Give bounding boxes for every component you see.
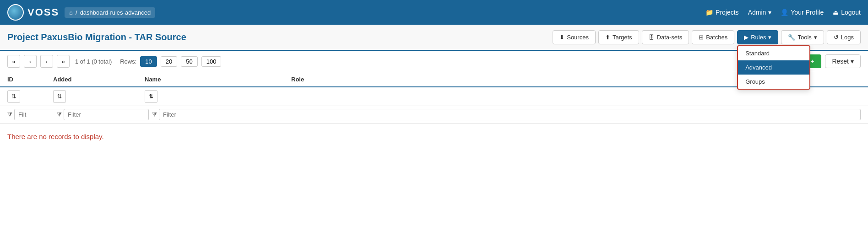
rules-label: Rules <box>751 34 766 41</box>
tools-caret: ▾ <box>814 34 817 41</box>
filter-name-cell: ⧩ <box>152 109 861 120</box>
project-navbar: Project PaxusBio Migration - TAR Source … <box>0 25 868 51</box>
project-title: Project PaxusBio Migration - TAR Source <box>7 32 186 43</box>
filter-name-icon: ⧩ <box>152 111 157 118</box>
col-name: Name <box>145 76 291 83</box>
datasets-label: Data-sets <box>657 34 683 41</box>
tools-label: Tools <box>797 34 811 41</box>
targets-icon: ⬆ <box>605 34 610 41</box>
batches-label: Batches <box>706 34 727 41</box>
logo-text: VOSS <box>27 6 59 18</box>
user-icon: 👤 <box>781 9 788 16</box>
filter-added-icon: ⧩ <box>57 111 62 118</box>
projects-link[interactable]: 📁 Projects <box>705 9 739 16</box>
targets-button[interactable]: ⬆ Targets <box>598 30 639 44</box>
top-nav-left: VOSS ⌂ / dashboard-rules-advanced <box>7 4 155 21</box>
projects-icon: 📁 <box>705 9 713 16</box>
logo-area: VOSS <box>7 4 59 21</box>
breadcrumb-separator: / <box>76 9 77 16</box>
sort-id-cell: ⇅ <box>7 90 53 103</box>
top-nav-right: 📁 Projects Admin ▾ 👤 Your Profile ⏏ Logo… <box>705 9 861 16</box>
profile-link[interactable]: 👤 Your Profile <box>781 9 824 16</box>
advanced-label: Advanced <box>745 64 772 71</box>
filter-row: ⧩ ⧩ ⧩ <box>0 106 868 123</box>
datasets-icon: 🗄 <box>649 34 655 41</box>
rules-button[interactable]: ▶ Rules ▾ <box>737 30 778 44</box>
rules-play-icon: ▶ <box>744 34 749 41</box>
tools-button[interactable]: 🔧 Tools ▾ <box>781 30 824 44</box>
profile-label: Your Profile <box>791 9 824 16</box>
logs-label: Logs <box>841 34 854 41</box>
page-info: 1 of 1 (0 total) <box>75 58 112 65</box>
home-icon[interactable]: ⌂ <box>69 9 73 16</box>
tools-icon: 🔧 <box>788 34 795 41</box>
rows-20-button[interactable]: 20 <box>161 56 177 67</box>
rules-dropdown-menu: Standard Advanced Groups <box>737 45 810 90</box>
rules-caret-icon: ▾ <box>768 34 771 41</box>
reset-caret-icon: ▾ <box>851 58 854 65</box>
breadcrumb-path: dashboard-rules-advanced <box>80 9 151 16</box>
sort-id-button[interactable]: ⇅ <box>7 90 20 103</box>
sources-icon: ⬇ <box>559 34 564 41</box>
col-role: Role <box>291 76 769 83</box>
projects-label: Projects <box>716 9 739 16</box>
project-prefix: Project <box>7 32 41 42</box>
rows-10-button[interactable]: 10 <box>140 56 157 67</box>
filter-added-cell: ⧩ <box>57 109 148 120</box>
sort-role-cell <box>291 90 769 103</box>
filter-id-icon: ⧩ <box>7 111 12 118</box>
last-page-button[interactable]: » <box>57 55 70 68</box>
prev-page-button[interactable]: ‹ <box>24 55 37 68</box>
rules-advanced-option[interactable]: Advanced <box>738 60 809 75</box>
rules-standard-option[interactable]: Standard <box>738 46 809 60</box>
admin-caret: ▾ <box>768 9 771 16</box>
logout-label: Logout <box>841 9 861 16</box>
datasets-button[interactable]: 🗄 Data-sets <box>642 30 689 44</box>
sort-actions-cell <box>769 90 861 103</box>
col-id: ID <box>7 76 53 83</box>
batches-icon: ⊞ <box>699 34 704 41</box>
top-navbar: VOSS ⌂ / dashboard-rules-advanced 📁 Proj… <box>0 0 868 25</box>
admin-link[interactable]: Admin ▾ <box>748 9 772 16</box>
rules-groups-option[interactable]: Groups <box>738 75 809 89</box>
rows-50-button[interactable]: 50 <box>181 56 197 67</box>
nav-buttons: ⬇ Sources ⬆ Targets 🗄 Data-sets ⊞ Batche… <box>553 30 861 44</box>
logo-icon <box>7 4 24 21</box>
logs-icon: ↺ <box>834 34 839 41</box>
logout-link[interactable]: ⏏ Logout <box>833 9 861 16</box>
rows-100-button[interactable]: 100 <box>201 56 222 67</box>
rows-label: Rows: <box>120 58 136 65</box>
sources-label: Sources <box>567 34 589 41</box>
breadcrumb: ⌂ / dashboard-rules-advanced <box>65 7 155 18</box>
rules-dropdown-wrapper: ▶ Rules ▾ Standard Advanced Groups <box>737 30 778 44</box>
no-records-message: There are no records to display. <box>0 123 868 150</box>
reset-label: Reset <box>832 58 849 65</box>
batches-button[interactable]: ⊞ Batches <box>692 30 734 44</box>
targets-label: Targets <box>613 34 632 41</box>
logout-icon: ⏏ <box>833 9 839 16</box>
sort-row: ⇅ ⇅ ⇅ <box>0 87 868 106</box>
sources-button[interactable]: ⬇ Sources <box>553 30 596 44</box>
col-added: Added <box>53 76 145 83</box>
reset-button[interactable]: Reset ▾ <box>825 54 861 68</box>
groups-label: Groups <box>745 78 765 85</box>
filter-name-input[interactable] <box>159 109 861 120</box>
sort-added-cell: ⇅ <box>53 90 145 103</box>
first-page-button[interactable]: « <box>7 55 20 68</box>
project-name: PaxusBio Migration - TAR Source <box>41 32 186 42</box>
sort-added-button[interactable]: ⇅ <box>53 90 66 103</box>
standard-label: Standard <box>745 50 770 57</box>
next-page-button[interactable]: › <box>40 55 53 68</box>
sort-name-button[interactable]: ⇅ <box>145 90 157 103</box>
admin-label: Admin <box>748 9 766 16</box>
logs-button[interactable]: ↺ Logs <box>827 30 861 44</box>
filter-added-input[interactable] <box>64 109 149 120</box>
filter-id-cell: ⧩ <box>7 109 53 120</box>
sort-name-cell: ⇅ <box>145 90 291 103</box>
